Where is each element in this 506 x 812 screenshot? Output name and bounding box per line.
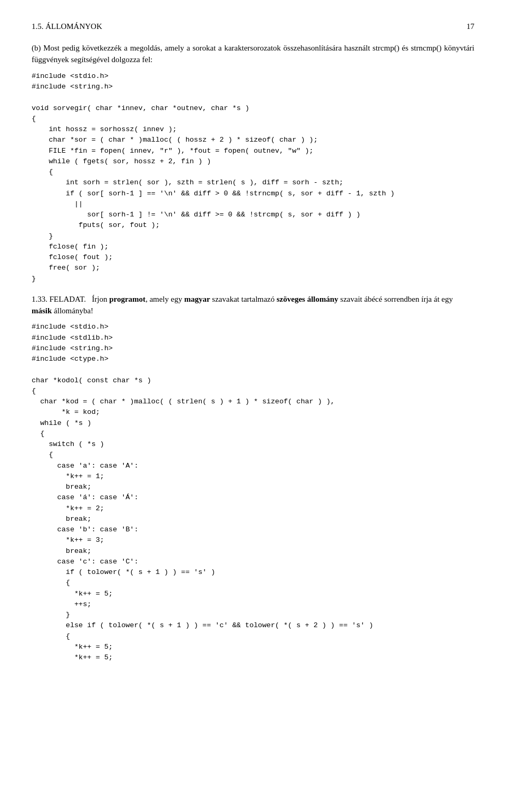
code-block-1: #include <stdio.h> #include <string.h> v…: [32, 71, 474, 284]
intro-text: (b) Most pedig következzék a megoldás, a…: [32, 44, 474, 64]
intro-paragraph: (b) Most pedig következzék a megoldás, a…: [32, 42, 474, 66]
code-block-2: #include <stdio.h> #include <stdlib.h> #…: [32, 322, 474, 663]
section-number: 1.33. FELADAT.: [32, 295, 86, 303]
section-label: 1.33. FELADAT. Írjon programot, amely eg…: [32, 294, 474, 317]
task-intro: Írjon programot, amely egy magyar szavak…: [32, 295, 453, 315]
page-header: 1.5. ÁLLOMÁNYOK 17: [32, 21, 474, 33]
section-title: 1.5. ÁLLOMÁNYOK: [32, 21, 102, 33]
page-number: 17: [466, 21, 474, 33]
